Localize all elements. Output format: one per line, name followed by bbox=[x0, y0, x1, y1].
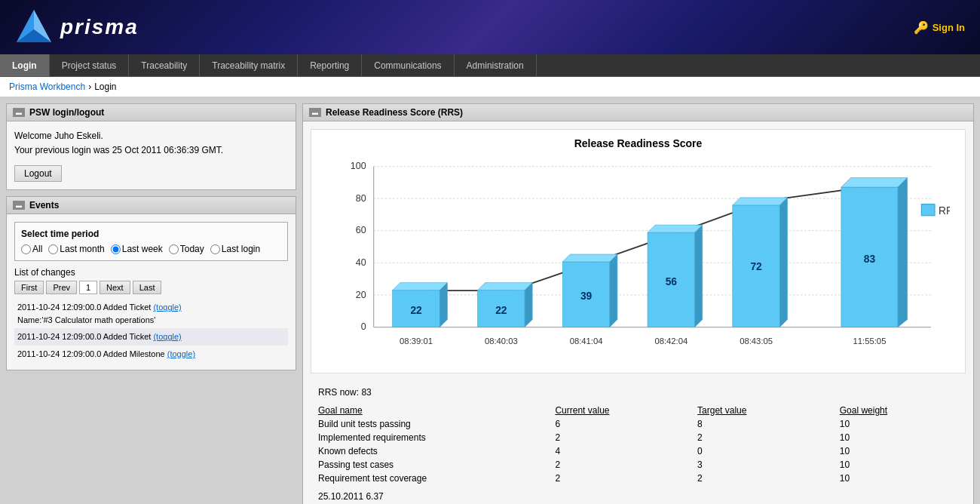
login-panel-title: PSW login/logout bbox=[29, 107, 104, 118]
nav-item-administration[interactable]: Administration bbox=[455, 54, 537, 76]
table-row: Known defects4010 bbox=[318, 444, 958, 458]
goal-target: 2 bbox=[697, 472, 840, 485]
svg-text:80: 80 bbox=[356, 193, 366, 204]
events-panel: ▬ Events Select time period All Last mon… bbox=[6, 196, 296, 370]
login-panel: ▬ PSW login/logout Welcome Juho Eskeli. … bbox=[6, 103, 296, 190]
svg-marker-39 bbox=[733, 198, 788, 205]
goal-weight: 10 bbox=[840, 458, 958, 472]
goals-table: Goal name Current value Target value Goa… bbox=[318, 404, 958, 485]
radio-last-login[interactable]: Last login bbox=[210, 244, 260, 254]
left-panel: ▬ PSW login/logout Welcome Juho Eskeli. … bbox=[6, 103, 296, 504]
logout-button[interactable]: Logout bbox=[14, 165, 62, 182]
sign-in-link[interactable]: Sign In bbox=[933, 22, 965, 33]
goal-target: 0 bbox=[697, 444, 840, 458]
navigation: LoginProject statusTraceabilityTraceabil… bbox=[0, 54, 980, 77]
timestamp: 25.10.2011 6.37 bbox=[318, 491, 958, 502]
event-extra: Name:'#3 Calculator math operations' bbox=[17, 315, 155, 324]
page-number: 1 bbox=[79, 281, 97, 294]
goal-weight: 10 bbox=[840, 444, 958, 458]
breadcrumb-current: Login bbox=[94, 81, 116, 92]
svg-text:08:40:03: 08:40:03 bbox=[485, 337, 518, 346]
panel-collapse-icon[interactable]: ▬ bbox=[13, 108, 25, 117]
events-panel-title: Events bbox=[29, 200, 59, 211]
svg-marker-19 bbox=[393, 283, 448, 290]
prev-button[interactable]: Prev bbox=[46, 281, 77, 294]
last-button[interactable]: Last bbox=[133, 281, 162, 294]
breadcrumb-home[interactable]: Prisma Workbench bbox=[9, 81, 85, 92]
goal-name: Known defects bbox=[318, 444, 555, 458]
goal-name: Passing test cases bbox=[318, 458, 555, 472]
event-item: 2011-10-24 12:09:00.0 Added Milestone (t… bbox=[14, 346, 288, 363]
nav-item-project-status[interactable]: Project status bbox=[50, 54, 130, 76]
nav-item-traceability[interactable]: Traceability bbox=[129, 54, 200, 76]
event-toggle[interactable]: (toggle) bbox=[153, 303, 181, 312]
radio-today[interactable]: Today bbox=[169, 244, 204, 254]
events-panel-icon[interactable]: ▬ bbox=[13, 201, 25, 210]
event-toggle[interactable]: (toggle) bbox=[153, 332, 181, 341]
welcome-text: Welcome Juho Eskeli. Your previous login… bbox=[14, 129, 288, 158]
svg-text:22: 22 bbox=[495, 305, 507, 316]
logo-area: prisma bbox=[15, 8, 139, 46]
goals-table-header: Goal name Current value Target value Goa… bbox=[318, 404, 958, 417]
goal-weight: 10 bbox=[840, 472, 958, 485]
svg-marker-44 bbox=[841, 178, 908, 188]
goal-name: Implemented requirements bbox=[318, 431, 555, 444]
svg-marker-29 bbox=[562, 254, 617, 262]
svg-text:56: 56 bbox=[666, 276, 678, 287]
goal-target: 3 bbox=[697, 458, 840, 472]
rrs-now-value: 83 bbox=[361, 387, 371, 398]
time-period-box: Select time period All Last month Last w… bbox=[14, 222, 288, 261]
goals-header-weight: Goal weight bbox=[840, 404, 958, 417]
logo-icon bbox=[15, 8, 53, 46]
svg-text:08:39:01: 08:39:01 bbox=[400, 337, 433, 346]
radio-last-month[interactable]: Last month bbox=[48, 244, 104, 254]
svg-text:RRS: RRS bbox=[939, 205, 950, 217]
nav-item-communications[interactable]: Communications bbox=[362, 54, 454, 76]
first-button[interactable]: First bbox=[14, 281, 44, 294]
goal-name: Build unit tests passing bbox=[318, 417, 555, 431]
radio-all[interactable]: All bbox=[21, 244, 42, 254]
nav-item-login[interactable]: Login bbox=[0, 54, 50, 76]
nav-item-reporting[interactable]: Reporting bbox=[298, 54, 362, 76]
goal-current: 2 bbox=[555, 472, 697, 485]
svg-marker-34 bbox=[648, 225, 703, 232]
main-content: ▬ PSW login/logout Welcome Juho Eskeli. … bbox=[0, 97, 980, 504]
breadcrumb-separator: › bbox=[88, 81, 91, 92]
next-button[interactable]: Next bbox=[100, 281, 130, 294]
welcome-line1: Welcome Juho Eskeli. bbox=[14, 129, 288, 143]
svg-text:100: 100 bbox=[351, 161, 366, 171]
table-row: Implemented requirements2210 bbox=[318, 431, 958, 444]
goal-weight: 10 bbox=[840, 417, 958, 431]
svg-text:11:55:05: 11:55:05 bbox=[853, 337, 887, 346]
rrs-panel-header: ▬ Release Readiness Score (RRS) bbox=[303, 104, 973, 121]
svg-marker-35 bbox=[695, 225, 703, 327]
svg-text:60: 60 bbox=[356, 225, 366, 235]
svg-text:08:41:04: 08:41:04 bbox=[570, 337, 603, 346]
svg-text:72: 72 bbox=[750, 261, 762, 272]
radio-group: All Last month Last week Today Last bbox=[21, 244, 281, 254]
table-row: Passing test cases2310 bbox=[318, 458, 958, 472]
event-text: 2011-10-24 12:09:00.0 Added Milestone bbox=[17, 349, 167, 358]
svg-text:83: 83 bbox=[864, 254, 876, 265]
radio-last-week[interactable]: Last week bbox=[111, 244, 163, 254]
chart-svg: 100 80 60 40 20 0 bbox=[326, 157, 950, 365]
rrs-panel-title: Release Readiness Score (RRS) bbox=[326, 107, 463, 118]
rrs-panel-icon[interactable]: ▬ bbox=[309, 108, 321, 117]
event-item: 2011-10-24 12:09:00.0 Added Ticket (togg… bbox=[14, 328, 288, 346]
nav-item-traceability-matrix[interactable]: Traceability matrix bbox=[200, 54, 298, 76]
goals-tbody: Build unit tests passing6810Implemented … bbox=[318, 417, 958, 485]
svg-text:0: 0 bbox=[361, 321, 366, 332]
svg-text:39: 39 bbox=[580, 290, 593, 302]
welcome-line2: Your previous login was 25 Oct 2011 06:3… bbox=[14, 143, 288, 158]
right-panel: ▬ Release Readiness Score (RRS) Release … bbox=[302, 103, 974, 504]
goal-current: 6 bbox=[555, 417, 697, 431]
app-title: prisma bbox=[60, 15, 139, 39]
svg-marker-45 bbox=[898, 178, 908, 327]
event-text: 2011-10-24 12:09:00.0 Added Ticket bbox=[17, 303, 153, 312]
goal-current: 2 bbox=[555, 458, 697, 472]
event-toggle[interactable]: (toggle) bbox=[167, 349, 195, 358]
sign-in-area[interactable]: 🔑 Sign In bbox=[914, 20, 965, 35]
goal-target: 8 bbox=[697, 417, 840, 431]
login-panel-body: Welcome Juho Eskeli. Your previous login… bbox=[7, 121, 296, 189]
chart-area: 100 80 60 40 20 0 bbox=[326, 157, 950, 365]
